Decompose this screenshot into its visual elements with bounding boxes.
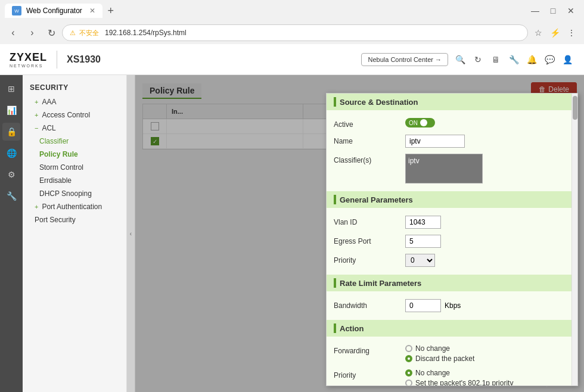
- wrench-icon[interactable]: 🔧: [507, 52, 521, 67]
- forward-button[interactable]: ›: [24, 24, 41, 41]
- close-icon[interactable]: ✕: [563, 2, 579, 19]
- section-source-destination: Source & Destination Active ON: [327, 94, 577, 191]
- radio-discard-packet[interactable]: Discard the packet: [405, 354, 570, 363]
- sidebar-item-port-security[interactable]: Port Security: [23, 213, 126, 226]
- search-icon[interactable]: 🔍: [453, 52, 467, 67]
- label-egress-port: Egress Port: [334, 235, 405, 245]
- maximize-icon[interactable]: □: [545, 2, 561, 19]
- label-priority: Priority: [334, 254, 405, 265]
- plus-icon-access-control: +: [35, 111, 38, 119]
- radio-circle-no-change-fwd: [405, 345, 412, 352]
- input-vlan-id[interactable]: [405, 216, 441, 229]
- field-vlan-id: Vlan ID: [334, 213, 570, 232]
- extensions-icon[interactable]: ⚡: [547, 25, 563, 41]
- icon-switch[interactable]: ⚙: [2, 166, 20, 183]
- field-classifiers: Classifier(s) iptv: [334, 151, 570, 186]
- section-bar: [334, 97, 336, 107]
- sidebar-label-access-control: Access Control: [42, 111, 90, 119]
- sidebar-label-dhcp-snooping: DHCP Snooping: [39, 189, 92, 198]
- field-egress-port: Egress Port: [334, 232, 570, 251]
- toggle-circle: [420, 119, 427, 126]
- icon-tools[interactable]: 🔧: [2, 187, 20, 205]
- field-action-priority: Priority No change Set the pa: [334, 366, 570, 386]
- radio-label-8021p: Set the packet's 802.1p priority: [415, 379, 513, 386]
- field-active: Active ON: [334, 115, 570, 132]
- input-egress-port[interactable]: [405, 235, 441, 248]
- tab-title: Web Configurator: [26, 7, 82, 15]
- menu-icon[interactable]: ⋮: [564, 25, 579, 41]
- url-input[interactable]: ⚠ 不安全 192.168.1.254/rpSys.html: [62, 24, 528, 41]
- sidebar-item-access-control[interactable]: + Access Control: [23, 108, 126, 122]
- label-name: Name: [334, 135, 405, 145]
- label-classifiers: Classifier(s): [334, 154, 405, 164]
- label-active: Active: [334, 118, 405, 129]
- security-icon: ⚠: [70, 29, 76, 37]
- policy-rule-modal: Source & Destination Active ON: [326, 93, 578, 386]
- sidebar-label-aaa: AAA: [42, 98, 56, 106]
- radio-label-no-change-fwd: No change: [415, 344, 450, 353]
- radio-set-8021p[interactable]: Set the packet's 802.1p priority: [405, 379, 570, 386]
- refresh-icon[interactable]: ↻: [471, 52, 485, 67]
- logo-area: ZYXEL NETWORKS XS1930: [10, 51, 101, 69]
- bandwidth-unit: Kbps: [445, 301, 461, 310]
- sidebar-item-dhcp-snooping[interactable]: DHCP Snooping: [23, 187, 126, 200]
- main-content: Policy Rule 🗑 Delete In...: [135, 75, 584, 392]
- sidebar-item-port-authentication[interactable]: + Port Authentication: [23, 200, 126, 213]
- monitor-icon[interactable]: 🖥: [489, 52, 503, 67]
- classifier-list[interactable]: iptv: [405, 154, 483, 183]
- radio-no-change-priority[interactable]: No change: [405, 369, 570, 377]
- new-tab-button[interactable]: +: [102, 2, 119, 19]
- logo-model: XS1930: [67, 54, 101, 65]
- sidebar-item-policy-rule[interactable]: Policy Rule: [23, 148, 126, 161]
- radio-circle-no-change-pri: [405, 369, 412, 377]
- plus-icon-aaa: +: [35, 98, 38, 105]
- section-title-rate-limit: Rate Limit Parameters: [340, 279, 421, 288]
- reload-button[interactable]: ↻: [43, 24, 60, 41]
- bell-icon[interactable]: 🔔: [524, 52, 539, 67]
- sidebar-section-title: SECURITY: [23, 80, 126, 95]
- section-general-header: General Parameters: [327, 191, 577, 208]
- toggle-active[interactable]: ON: [405, 118, 435, 127]
- radio-no-change-forwarding[interactable]: No change: [405, 344, 570, 353]
- section-title-source-destination: Source & Destination: [340, 98, 418, 107]
- logo-zyxel: ZYXEL: [10, 51, 47, 64]
- icon-security[interactable]: 🔒: [2, 123, 20, 141]
- input-bandwidth[interactable]: [405, 299, 441, 312]
- sidebar-item-classifier[interactable]: Classifier: [23, 135, 126, 148]
- field-priority: Priority 0123 4567: [334, 251, 570, 270]
- input-name[interactable]: [405, 135, 465, 148]
- radio-label-no-change-pri: No change: [415, 369, 450, 377]
- section-bar-action: [334, 323, 336, 333]
- sidebar-label-port-security: Port Security: [35, 216, 76, 224]
- minimize-icon[interactable]: —: [527, 2, 543, 19]
- section-rate-limit-header: Rate Limit Parameters: [327, 275, 577, 291]
- label-action-priority: Priority: [334, 369, 405, 379]
- forwarding-radio-group: No change Discard the packet: [405, 344, 570, 363]
- back-button[interactable]: ‹: [5, 24, 21, 41]
- minus-icon-acl: −: [35, 125, 38, 132]
- icon-network[interactable]: 🌐: [2, 144, 20, 162]
- address-bar: ‹ › ↻ ⚠ 不安全 192.168.1.254/rpSys.html ☆ ⚡…: [0, 21, 584, 44]
- browser-tab[interactable]: W Web Configurator ✕: [5, 4, 102, 18]
- user-icon[interactable]: 👤: [560, 52, 574, 67]
- sidebar-label-errdisable: Errdisable: [39, 176, 72, 185]
- section-title-general: General Parameters: [340, 195, 413, 204]
- section-bar-rl: [334, 278, 336, 288]
- tab-close-icon[interactable]: ✕: [89, 7, 95, 15]
- modal-scroll-thumb[interactable]: [573, 96, 577, 120]
- logo-networks: NETWORKS: [10, 64, 47, 68]
- sidebar-item-acl[interactable]: − ACL: [23, 122, 126, 135]
- nebula-button[interactable]: Nebula Control Center →: [361, 53, 448, 66]
- sidebar-item-aaa[interactable]: + AAA: [23, 95, 126, 108]
- classifier-item-iptv[interactable]: iptv: [408, 157, 480, 165]
- collapse-handle[interactable]: ‹: [127, 75, 135, 392]
- sidebar-item-storm-control[interactable]: Storm Control: [23, 161, 126, 174]
- sidebar-nav: SECURITY + AAA + Access Control − ACL Cl…: [23, 75, 127, 392]
- icon-home[interactable]: ⊞: [2, 80, 20, 98]
- sidebar-item-errdisable[interactable]: Errdisable: [23, 174, 126, 187]
- chat-icon[interactable]: 💬: [542, 52, 557, 67]
- star-icon[interactable]: ☆: [530, 25, 546, 41]
- modal-scrollbar[interactable]: [571, 94, 577, 385]
- icon-graph[interactable]: 📊: [2, 101, 20, 119]
- select-priority[interactable]: 0123 4567: [405, 254, 435, 267]
